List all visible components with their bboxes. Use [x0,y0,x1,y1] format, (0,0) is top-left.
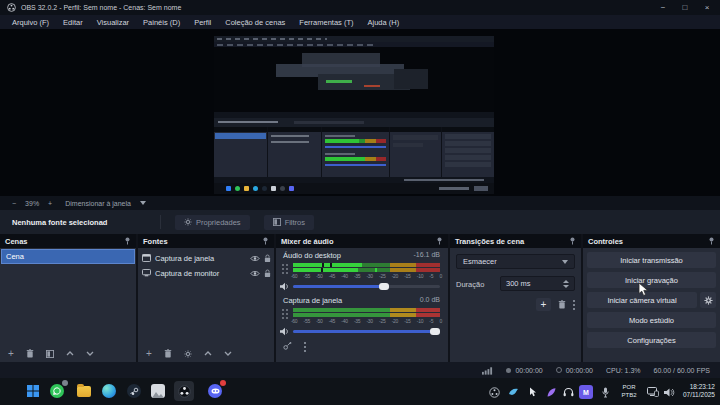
spin-up-icon[interactable] [563,280,569,283]
advanced-audio-icon[interactable] [283,342,292,351]
pin-icon[interactable] [124,237,131,245]
add-source-button[interactable]: + [146,349,152,358]
properties-button[interactable]: Propriedades [175,215,250,230]
tray-medal-icon[interactable]: M [579,385,593,399]
zoom-out-button[interactable]: − [12,200,16,207]
maximize-button[interactable]: □ [674,0,696,15]
menu-ferramentas[interactable]: Ferramentas (T) [292,18,360,27]
eye-icon[interactable] [250,270,260,277]
fit-mode-label[interactable]: Dimensionar à janela [65,200,131,207]
minimize-button[interactable]: − [652,0,674,15]
pin-icon[interactable] [569,237,576,245]
start-recording-button[interactable]: Iniciar gravação [587,272,716,288]
zoom-level: 39% [25,200,39,207]
spin-down-icon[interactable] [563,285,569,288]
tick-label: -50 [316,318,322,324]
source-item-window-capture[interactable]: Captura de janela [142,251,271,265]
menu-editar[interactable]: Editar [56,18,90,27]
volume-slider[interactable] [293,330,440,333]
move-scene-down-button[interactable] [86,351,94,356]
menu-perfil[interactable]: Perfil [187,18,218,27]
tick-label: 0 [439,318,441,324]
add-transition-button[interactable]: + [536,298,551,311]
tray-feather-icon[interactable] [544,385,558,399]
zoom-in-button[interactable]: + [48,200,52,207]
taskbar-steam-icon[interactable] [125,382,143,400]
fps-counter: 60.00 / 60.00 FPS [654,367,710,374]
remove-source-button[interactable] [164,349,172,358]
studio-mode-button[interactable]: Modo estúdio [587,312,716,328]
tray-headphones-icon[interactable] [561,385,575,399]
lock-icon[interactable] [264,254,271,263]
tray-cursor-icon[interactable] [526,385,540,399]
tick-label: -40 [341,318,347,324]
tray-microphone-icon[interactable] [598,385,612,399]
channel-name: Captura de janela [283,296,342,305]
move-source-up-button[interactable] [204,351,212,356]
move-source-down-button[interactable] [224,351,232,356]
channel-grip-handle[interactable] [282,309,284,311]
remove-scene-button[interactable] [26,349,34,358]
obs-logo-icon [7,3,16,12]
stream-indicator-icon [556,367,562,373]
source-properties-gear-icon[interactable] [184,350,192,358]
transition-select[interactable]: Esmaecer [456,254,575,269]
eye-icon[interactable] [250,255,260,262]
menu-colecao-de-cenas[interactable]: Coleção de cenas [218,18,292,27]
remove-transition-button[interactable] [558,300,566,309]
taskbar-discord-icon[interactable] [206,382,224,400]
tray-network-icon[interactable] [646,385,660,399]
chevron-down-icon[interactable] [140,201,146,205]
vu-meter [293,268,440,272]
start-streaming-button[interactable]: Iniciar transmissão [587,252,716,268]
settings-button[interactable]: Configurações [587,332,716,348]
menu-paineis[interactable]: Painéis (D) [136,18,187,27]
tick-label: -30 [366,318,372,324]
gear-icon [184,218,192,226]
duration-spinner[interactable]: 300 ms [500,276,575,291]
tick-label: -45 [329,273,335,279]
move-scene-up-button[interactable] [66,351,74,356]
window-title: OBS 32.0.2 - Perfil: Sem nome - Cenas: S… [21,4,181,11]
start-button[interactable] [24,382,42,400]
menu-arquivo[interactable]: Arquivo (F) [5,18,56,27]
filters-button[interactable]: Filtros [264,215,314,230]
tray-bird-icon[interactable] [506,385,520,399]
controls-panel: Controles Iniciar transmissão Iniciar gr… [583,234,720,362]
volume-slider[interactable] [293,285,440,288]
scene-item-selected[interactable]: Cena [1,249,135,264]
taskbar-whatsapp-icon[interactable] [48,382,66,400]
source-name: Captura de monitor [155,269,246,278]
transition-menu-dots-icon[interactable] [573,300,575,302]
taskbar-explorer-icon[interactable] [75,382,93,400]
channel-name: Áudio do desktop [283,251,341,260]
speaker-icon[interactable] [280,282,290,291]
preview-canvas[interactable] [0,29,720,196]
menu-visualizar[interactable]: Visualizar [90,18,136,27]
mixer-menu-dots-icon[interactable] [304,342,306,344]
source-item-monitor-capture[interactable]: Captura de monitor [142,266,271,280]
tray-obs-icon[interactable] [487,385,501,399]
record-indicator-icon [506,368,511,373]
pin-icon[interactable] [708,237,715,245]
language-indicator[interactable]: PORPTB2 [617,383,641,399]
speaker-icon[interactable] [280,327,290,336]
virtual-camera-config-button[interactable] [700,292,716,308]
taskbar-edge-icon[interactable] [100,382,118,400]
slider-handle[interactable] [379,283,389,290]
scene-filters-icon[interactable] [46,350,54,358]
menu-bar: Arquivo (F) Editar Visualizar Painéis (D… [0,15,720,29]
taskbar-photos-icon[interactable] [149,382,167,400]
add-scene-button[interactable]: + [8,349,14,358]
channel-grip-handle[interactable] [282,264,284,266]
close-button[interactable]: × [696,0,718,15]
taskbar-obs-icon-active[interactable] [174,381,194,401]
pin-icon[interactable] [436,237,443,245]
system-clock[interactable]: 18:23:1207/11/2025 [683,383,715,399]
slider-handle[interactable] [430,328,440,335]
lock-icon[interactable] [264,269,271,278]
tray-speaker-icon[interactable] [662,385,676,399]
pin-icon[interactable] [262,237,269,245]
mini-docks [214,127,494,177]
menu-ajuda[interactable]: Ajuda (H) [361,18,407,27]
